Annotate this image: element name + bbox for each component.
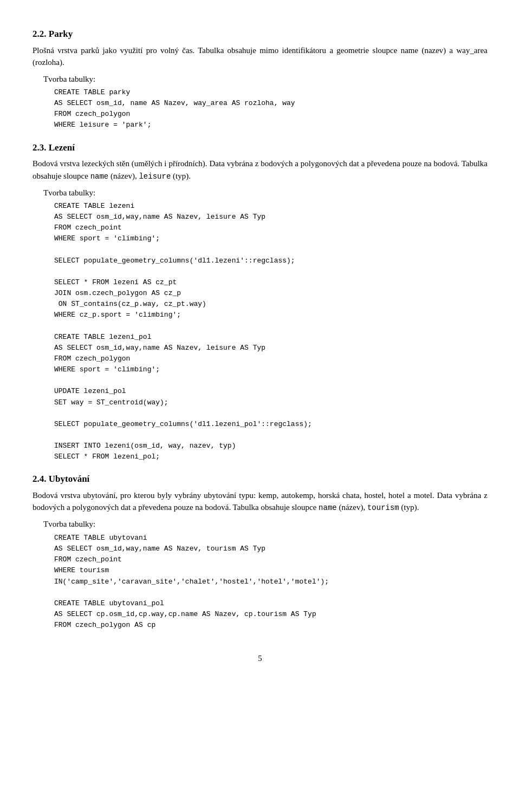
code-ubytovani: CREATE TABLE ubytovani AS SELECT osm_id,… [54, 533, 487, 631]
inline-code-ubytovani-name: name [318, 503, 337, 512]
heading-ubytovani: 2.4. Ubytování [32, 472, 487, 486]
tvorba-label-ubytovani: Tvorba tabulky: [43, 518, 487, 531]
page-content: 2.2. Parky Plošná vrstva parků jako využ… [32, 27, 487, 665]
section-ubytovani: 2.4. Ubytování Bodová vrstva ubytování, … [32, 472, 487, 631]
code-parky: CREATE TABLE parky AS SELECT osm_id, nam… [54, 87, 487, 131]
section-parky: 2.2. Parky Plošná vrstva parků jako využ… [32, 27, 487, 131]
section-lezeni: 2.3. Lezení Bodová vrstva lezeckých stěn… [32, 141, 487, 463]
inline-code-lezeni-name: name [90, 172, 109, 181]
para-lezeni-1: Bodová vrstva lezeckých stěn (umělých i … [32, 158, 487, 182]
tvorba-label-parky: Tvorba tabulky: [43, 73, 487, 86]
para-ubytovani-1: Bodová vrstva ubytování, pro kterou byly… [32, 489, 487, 514]
code-lezeni: CREATE TABLE lezeni AS SELECT osm_id,way… [54, 201, 487, 462]
heading-lezeni: 2.3. Lezení [32, 141, 487, 155]
heading-parky: 2.2. Parky [32, 27, 487, 41]
inline-code-ubytovani-tourism: tourism [367, 503, 399, 512]
tvorba-label-lezeni: Tvorba tabulky: [43, 187, 487, 199]
inline-code-lezeni-leisure: leisure [139, 172, 171, 181]
page-number: 5 [32, 652, 487, 665]
para-parky-1: Plošná vrstva parků jako využití pro vol… [32, 44, 487, 69]
